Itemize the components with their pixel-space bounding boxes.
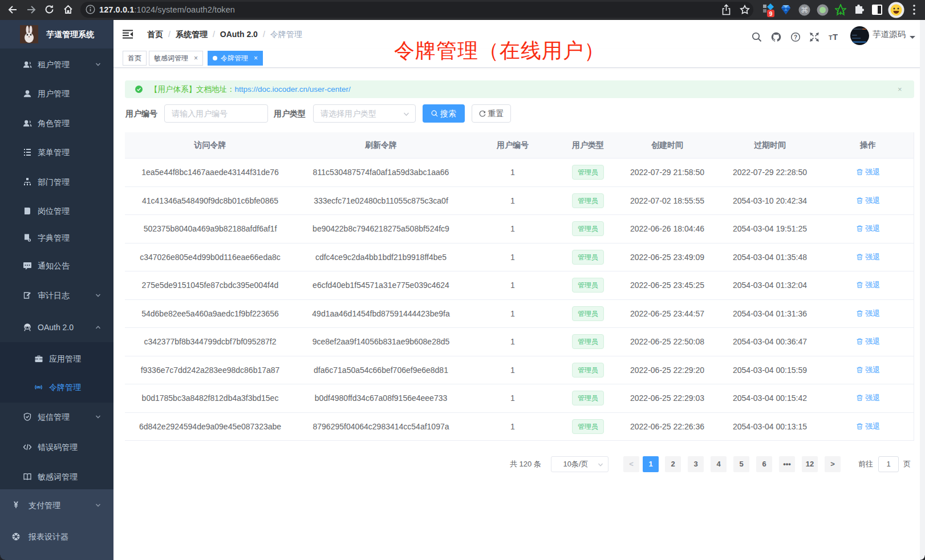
svg-text:⌘: ⌘ xyxy=(801,6,808,14)
svg-text:?: ? xyxy=(794,34,797,40)
svg-text:T: T xyxy=(829,34,833,41)
svg-text:T: T xyxy=(833,32,838,42)
svg-text:a: a xyxy=(37,384,40,389)
svg-text:9: 9 xyxy=(769,11,773,17)
